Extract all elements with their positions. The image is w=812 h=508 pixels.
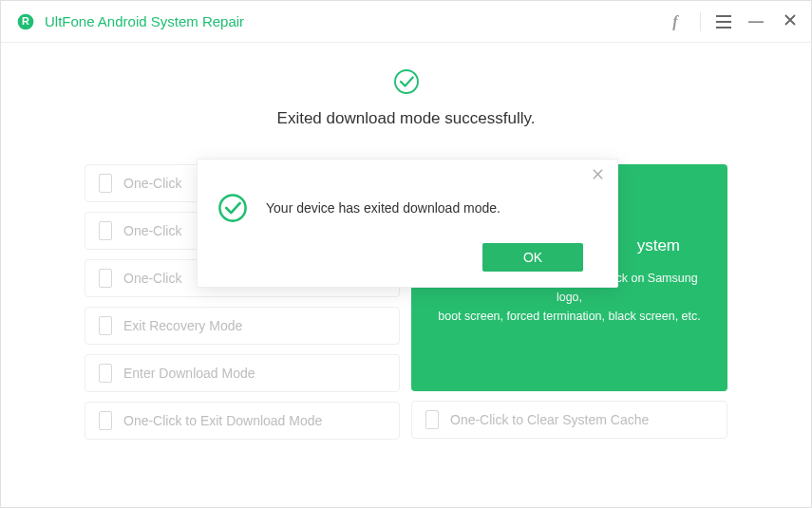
- titlebar-left: R UltFone Android System Repair: [16, 12, 244, 31]
- option-label: One-Click: [123, 271, 181, 286]
- close-icon[interactable]: [781, 13, 800, 30]
- option-label: One-Click: [123, 176, 181, 191]
- success-check-icon: [392, 67, 421, 96]
- modal-close-icon[interactable]: [589, 167, 606, 184]
- status-headline: Exited download mode successfully.: [85, 109, 727, 128]
- menu-icon[interactable]: [716, 15, 731, 28]
- phone-icon: [99, 364, 112, 383]
- app-window: R UltFone Android System Repair f — Exit…: [0, 0, 812, 508]
- modal-check-icon: [217, 192, 249, 224]
- phone-icon: [99, 411, 112, 430]
- phone-icon: [99, 269, 112, 288]
- phone-icon: [99, 174, 112, 193]
- minimize-icon[interactable]: —: [746, 13, 765, 30]
- phone-icon: [99, 221, 112, 240]
- option-label: One-Click to Clear System Cache: [450, 412, 649, 427]
- option-label: One-Click to Exit Download Mode: [123, 413, 322, 428]
- modal-body: Your device has exited download mode.: [217, 192, 602, 224]
- titlebar: R UltFone Android System Repair f —: [1, 1, 811, 43]
- success-modal: Your device has exited download mode. OK: [197, 159, 618, 288]
- phone-icon: [425, 410, 439, 429]
- option-exit-recovery[interactable]: Exit Recovery Mode: [85, 307, 400, 345]
- ok-button[interactable]: OK: [482, 243, 583, 272]
- option-label: Enter Download Mode: [123, 366, 255, 381]
- titlebar-controls: f —: [666, 12, 800, 31]
- option-clear-cache[interactable]: One-Click to Clear System Cache: [411, 401, 727, 439]
- option-exit-download[interactable]: One-Click to Exit Download Mode: [85, 402, 400, 440]
- app-logo-icon: R: [16, 12, 35, 31]
- svg-text:R: R: [22, 15, 29, 27]
- facebook-icon[interactable]: f: [666, 13, 685, 30]
- option-enter-download[interactable]: Enter Download Mode: [85, 354, 400, 392]
- option-label: One-Click: [123, 223, 181, 238]
- option-label: Exit Recovery Mode: [123, 318, 242, 333]
- svg-point-3: [219, 195, 245, 220]
- svg-point-2: [395, 70, 418, 93]
- phone-icon: [99, 316, 112, 335]
- separator: [700, 12, 701, 31]
- modal-message: Your device has exited download mode.: [266, 200, 500, 216]
- app-title: UltFone Android System Repair: [45, 13, 244, 29]
